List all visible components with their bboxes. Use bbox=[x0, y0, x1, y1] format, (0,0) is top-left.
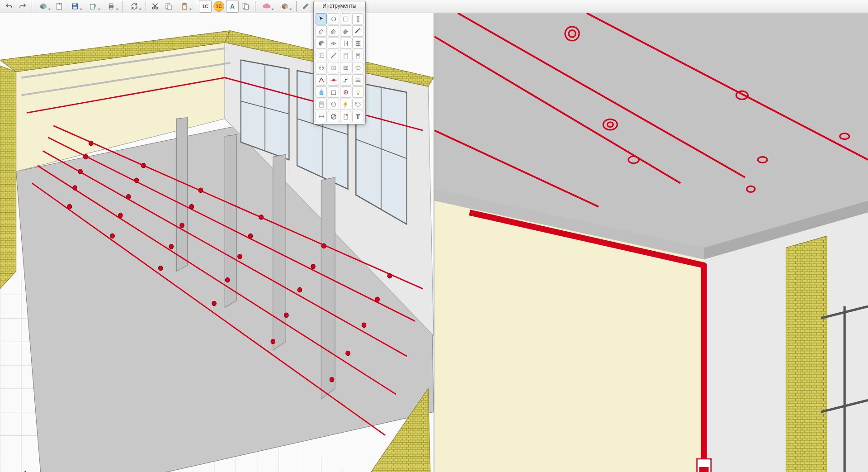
tool-bolt[interactable] bbox=[340, 99, 351, 110]
undo-button[interactable] bbox=[3, 0, 15, 13]
cloud-button[interactable] bbox=[258, 0, 275, 13]
tool-window[interactable] bbox=[352, 38, 363, 49]
svg-point-70 bbox=[134, 178, 138, 182]
svg-rect-2 bbox=[73, 4, 76, 5]
tool-cube[interactable] bbox=[340, 13, 351, 24]
svg-marker-34 bbox=[0, 66, 16, 289]
model-button[interactable] bbox=[35, 0, 52, 13]
right-3d-scene bbox=[434, 13, 868, 472]
tool-outlet[interactable] bbox=[340, 62, 351, 73]
tool-panel[interactable] bbox=[340, 50, 351, 61]
tool-text[interactable]: T bbox=[352, 111, 363, 122]
tool-table[interactable] bbox=[316, 50, 327, 61]
tool-line[interactable] bbox=[328, 50, 339, 61]
tool-tag[interactable] bbox=[352, 99, 363, 110]
text-a-button[interactable]: A bbox=[226, 0, 239, 13]
svg-point-75 bbox=[89, 141, 93, 146]
1c-label: 1C bbox=[203, 4, 208, 9]
svg-point-56 bbox=[330, 377, 334, 382]
tool-eraser-line[interactable] bbox=[352, 25, 363, 37]
cut-button[interactable] bbox=[149, 0, 161, 13]
tool-pointer[interactable] bbox=[316, 13, 327, 24]
svg-point-76 bbox=[142, 163, 146, 168]
svg-point-61 bbox=[284, 313, 288, 317]
svg-point-62 bbox=[346, 351, 350, 355]
tool-wire[interactable] bbox=[316, 74, 327, 86]
tools-panel-title: Инструменты bbox=[314, 1, 365, 11]
svg-rect-102 bbox=[699, 467, 709, 472]
tool-device[interactable] bbox=[352, 62, 363, 73]
svg-point-140 bbox=[320, 105, 321, 105]
svg-rect-109 bbox=[344, 41, 347, 46]
svg-point-106 bbox=[331, 17, 335, 21]
separator bbox=[146, 1, 146, 12]
svg-point-77 bbox=[198, 188, 203, 192]
tool-wall[interactable] bbox=[316, 38, 327, 49]
svg-rect-14 bbox=[183, 5, 186, 9]
1c-round-button[interactable]: 1C bbox=[212, 0, 225, 13]
svg-point-64 bbox=[126, 194, 130, 199]
new-button[interactable] bbox=[53, 0, 66, 13]
left-3d-scene bbox=[0, 13, 434, 472]
svg-point-60 bbox=[225, 277, 229, 282]
svg-rect-0 bbox=[57, 3, 62, 10]
svg-point-71 bbox=[189, 204, 193, 209]
tool-lamp[interactable] bbox=[352, 86, 363, 98]
main-toolbar: 1C 1C A ? bbox=[0, 0, 868, 13]
tool-calc[interactable] bbox=[316, 99, 327, 110]
copy-button[interactable] bbox=[162, 0, 175, 13]
svg-line-117 bbox=[331, 53, 336, 58]
viewport-left[interactable]: B1 bbox=[0, 13, 434, 472]
svg-point-55 bbox=[271, 339, 275, 344]
tool-eraser-hard[interactable] bbox=[340, 25, 351, 37]
svg-marker-41 bbox=[321, 177, 335, 399]
svg-point-135 bbox=[345, 91, 346, 93]
1c-button[interactable]: 1C bbox=[199, 0, 212, 13]
svg-rect-3 bbox=[73, 7, 77, 9]
tool-bundle[interactable] bbox=[352, 74, 363, 86]
tool-socket[interactable] bbox=[316, 62, 327, 73]
separator bbox=[32, 1, 32, 12]
settings-button[interactable] bbox=[299, 0, 312, 13]
svg-point-78 bbox=[259, 215, 263, 219]
svg-point-59 bbox=[169, 244, 173, 249]
tool-document[interactable] bbox=[340, 111, 351, 122]
tool-drop[interactable] bbox=[316, 86, 327, 98]
save-button[interactable] bbox=[66, 0, 84, 13]
svg-point-63 bbox=[78, 169, 82, 174]
svg-point-143 bbox=[356, 103, 357, 104]
svg-point-125 bbox=[322, 67, 323, 68]
tool-sensor[interactable] bbox=[340, 86, 351, 98]
svg-point-51 bbox=[67, 204, 71, 209]
print-button[interactable] bbox=[103, 0, 120, 13]
svg-rect-16 bbox=[244, 5, 248, 10]
tool-circle-slash[interactable] bbox=[328, 111, 339, 122]
tool-dimension[interactable] bbox=[316, 111, 327, 122]
paste-button[interactable] bbox=[176, 0, 193, 13]
redo-button[interactable] bbox=[16, 0, 29, 13]
tool-route[interactable] bbox=[340, 74, 351, 86]
package-button[interactable] bbox=[276, 0, 293, 13]
tool-door[interactable] bbox=[340, 38, 351, 49]
layers-button[interactable] bbox=[240, 0, 252, 13]
tool-eraser-soft[interactable] bbox=[316, 25, 327, 37]
tool-slab[interactable] bbox=[328, 38, 339, 49]
tool-sheet[interactable] bbox=[352, 50, 363, 61]
refresh-button[interactable] bbox=[126, 0, 143, 13]
tool-eraser[interactable] bbox=[328, 25, 339, 37]
svg-point-54 bbox=[212, 301, 216, 305]
viewport-right[interactable] bbox=[434, 13, 868, 472]
tool-junction[interactable] bbox=[328, 74, 339, 86]
svg-point-68 bbox=[362, 323, 366, 327]
tool-polyhedron[interactable] bbox=[328, 99, 339, 110]
tool-box[interactable] bbox=[328, 86, 339, 98]
export-button[interactable] bbox=[85, 0, 102, 13]
workspace: B1 bbox=[0, 13, 868, 472]
tool-switch[interactable] bbox=[328, 62, 339, 73]
tool-column[interactable] bbox=[352, 13, 363, 24]
svg-rect-108 bbox=[357, 16, 359, 22]
tools-panel[interactable]: Инструменты bbox=[313, 1, 366, 124]
tools-panel-body: T bbox=[314, 11, 365, 124]
tool-marquee[interactable] bbox=[328, 13, 339, 24]
svg-rect-137 bbox=[357, 93, 359, 95]
